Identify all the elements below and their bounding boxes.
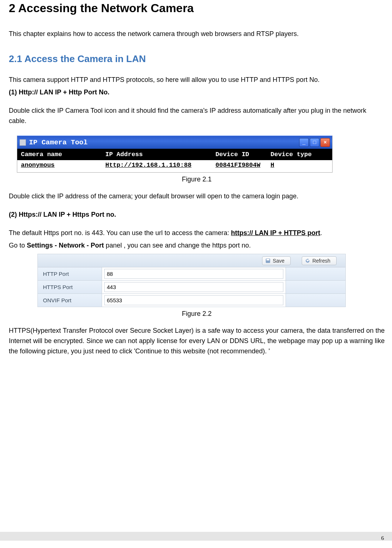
page-number: 6: [381, 535, 384, 541]
section-title-2-1: 2.1 Access the Camera in LAN: [9, 53, 385, 65]
http-port-input[interactable]: [104, 269, 283, 279]
cell-device-type: H: [271, 162, 322, 169]
paragraph: This camera support HTTP and HTTPS proto…: [9, 75, 385, 85]
column-headers: Camera name IP Address Device ID Device …: [17, 149, 332, 160]
toolbar: Save Refresh: [38, 254, 345, 267]
maximize-button[interactable]: □: [310, 138, 319, 147]
intro-paragraph: This chapter explains how to access the …: [9, 29, 385, 39]
onvif-port-label: ONVIF Port: [38, 294, 102, 307]
col-device-type: Device type: [271, 151, 322, 158]
col-camera-name: Camera name: [21, 151, 105, 158]
chapter-title: 2 Accessing the Network Camera: [9, 1, 385, 15]
save-button[interactable]: Save: [262, 256, 291, 265]
cell-device-id: 00841FI9804W: [215, 162, 271, 169]
https-port-row: HTTPS Port: [38, 281, 345, 294]
figure-caption-2-2: Figure 2.2: [9, 310, 385, 318]
https-port-input[interactable]: [104, 282, 283, 292]
minimize-button[interactable]: _: [299, 138, 309, 147]
page-footer: 6: [0, 532, 392, 542]
col-ip-address: IP Address: [105, 151, 215, 158]
camera-row[interactable]: anonymous Http://192.168.1.110:88 00841F…: [17, 160, 332, 172]
svg-rect-1: [266, 259, 269, 260]
refresh-icon: [305, 258, 310, 263]
method-1-label: (1) Http:// LAN IP + Http Port No.: [9, 87, 385, 98]
http-port-label: HTTP Port: [38, 267, 102, 280]
settings-path: Settings - Network - Port: [27, 242, 104, 249]
col-device-id: Device ID: [215, 151, 271, 158]
method-2-label: (2) Https:// LAN IP + Https Port no.: [9, 210, 385, 220]
app-icon: [19, 139, 26, 146]
refresh-button[interactable]: Refresh: [302, 256, 337, 265]
close-button[interactable]: ×: [320, 138, 330, 147]
onvif-port-row: ONVIF Port: [38, 294, 345, 307]
cell-camera-name: anonymous: [21, 162, 105, 169]
paragraph: Double click the IP address of the camer…: [9, 191, 385, 202]
paragraph: Double click the IP Camera Tool icon and…: [9, 106, 385, 126]
onvif-port-input[interactable]: [104, 295, 283, 305]
paragraph: Go to Settings - Network - Port panel , …: [9, 241, 385, 251]
port-settings-panel: Save Refresh HTTP Port HTTPS Port ONVIF …: [37, 254, 346, 307]
titlebar: IP Camera Tool _ □ ×: [17, 136, 332, 149]
http-port-row: HTTP Port: [38, 267, 345, 281]
window-title: IP Camera Tool: [29, 138, 88, 147]
cell-ip-address: Http://192.168.1.110:88: [105, 162, 215, 169]
https-url-example: https:// LAN IP + HTTPS port: [231, 229, 320, 237]
save-icon: [265, 258, 271, 263]
https-explanation-paragraph: HTTPS(Hypertext Transfer Protocol over S…: [9, 326, 385, 357]
https-port-label: HTTPS Port: [38, 281, 102, 293]
ip-camera-tool-window: IP Camera Tool _ □ × Camera name IP Addr…: [17, 136, 333, 173]
figure-caption-2-1: Figure 2.1: [9, 176, 385, 183]
paragraph: The default Https port no. is 443. You c…: [9, 228, 385, 238]
